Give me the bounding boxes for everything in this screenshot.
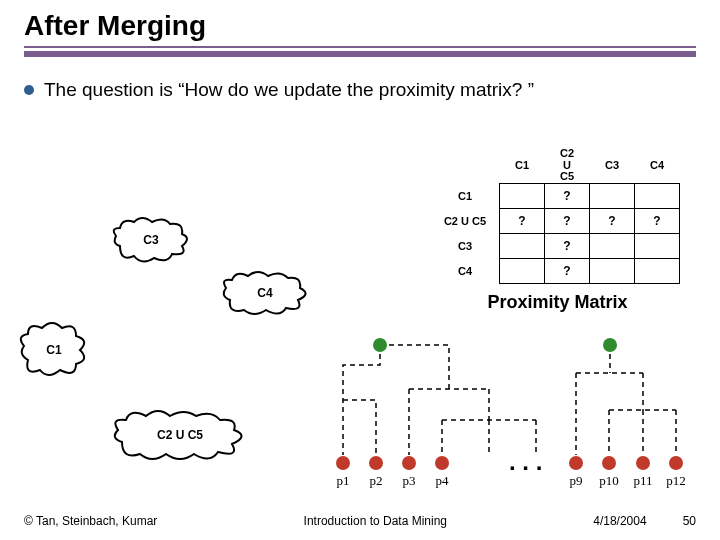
cell: [590, 183, 635, 208]
leaf-label: p12: [666, 473, 686, 488]
svg-point-5: [435, 456, 449, 470]
leaf-label: p2: [370, 473, 383, 488]
table-row: C3 ?: [435, 233, 680, 258]
table-row: C4 ?: [435, 258, 680, 283]
bullet-text: The question is “How do we update the pr…: [44, 79, 534, 101]
row-header: C2 U C5: [435, 208, 500, 233]
leaf-label: p1: [337, 473, 350, 488]
cell: ?: [545, 233, 590, 258]
page-title: After Merging: [0, 0, 720, 46]
cluster-label: C2 U C5: [157, 428, 203, 442]
footer-course: Introduction to Data Mining: [157, 514, 593, 528]
cell: [635, 258, 680, 283]
cluster-cloud-c1: C1: [18, 320, 90, 380]
cell: [590, 258, 635, 283]
ellipsis-icon: . . .: [509, 448, 542, 475]
cell: ?: [545, 183, 590, 208]
svg-point-8: [636, 456, 650, 470]
row-header: C4: [435, 258, 500, 283]
footer-date: 4/18/2004: [593, 514, 646, 528]
leaf-label: p9: [570, 473, 583, 488]
leaf-label: p11: [633, 473, 652, 488]
svg-point-7: [602, 456, 616, 470]
row-header: C3: [435, 233, 500, 258]
cell: ?: [635, 208, 680, 233]
cluster-cloud-c4: C4: [220, 270, 310, 316]
proximity-matrix-caption: Proximity Matrix: [435, 292, 680, 313]
cell: ?: [500, 208, 545, 233]
svg-point-0: [373, 338, 387, 352]
cell: [500, 233, 545, 258]
cell: ?: [545, 258, 590, 283]
dendrogram: p1 p2 p3 p4 p9 p10 p11 p12 . . .: [325, 335, 695, 504]
leaf-label: p4: [436, 473, 450, 488]
leaf-label: p10: [599, 473, 619, 488]
slide: After Merging The question is “How do we…: [0, 0, 720, 540]
col-header: C4: [635, 148, 680, 183]
footer-copyright: © Tan, Steinbach, Kumar: [24, 514, 157, 528]
cell: [635, 183, 680, 208]
svg-point-6: [569, 456, 583, 470]
cell: ?: [545, 208, 590, 233]
table-header-row: C1 C2UC5 C3 C4: [435, 148, 680, 183]
footer-page: 50: [683, 514, 696, 528]
cell: [500, 258, 545, 283]
cluster-label: C1: [46, 343, 61, 357]
svg-point-1: [603, 338, 617, 352]
bullet-row: The question is “How do we update the pr…: [24, 79, 696, 101]
svg-point-3: [369, 456, 383, 470]
cluster-label: C3: [143, 233, 158, 247]
cell: ?: [590, 208, 635, 233]
proximity-table: C1 C2UC5 C3 C4 C1 ? C2 U C5 ? ? ? ? C3: [435, 148, 680, 284]
bullet-dot-icon: [24, 85, 34, 95]
col-header: C1: [500, 148, 545, 183]
cell: [635, 233, 680, 258]
col-header: C3: [590, 148, 635, 183]
body: The question is “How do we update the pr…: [0, 57, 720, 101]
proximity-matrix: C1 C2UC5 C3 C4 C1 ? C2 U C5 ? ? ? ? C3: [435, 148, 680, 313]
row-header: C1: [435, 183, 500, 208]
cell: [500, 183, 545, 208]
cluster-label: C4: [257, 286, 272, 300]
table-row: C1 ?: [435, 183, 680, 208]
title-rule: [24, 46, 696, 57]
leaf-label: p3: [403, 473, 416, 488]
col-header: C2UC5: [545, 148, 590, 183]
svg-point-2: [336, 456, 350, 470]
table-row: C2 U C5 ? ? ? ?: [435, 208, 680, 233]
footer: © Tan, Steinbach, Kumar Introduction to …: [0, 514, 720, 528]
svg-point-9: [669, 456, 683, 470]
cluster-cloud-c2uc5: C2 U C5: [110, 408, 250, 462]
cell: [590, 233, 635, 258]
svg-point-4: [402, 456, 416, 470]
cluster-cloud-c3: C3: [110, 216, 192, 264]
